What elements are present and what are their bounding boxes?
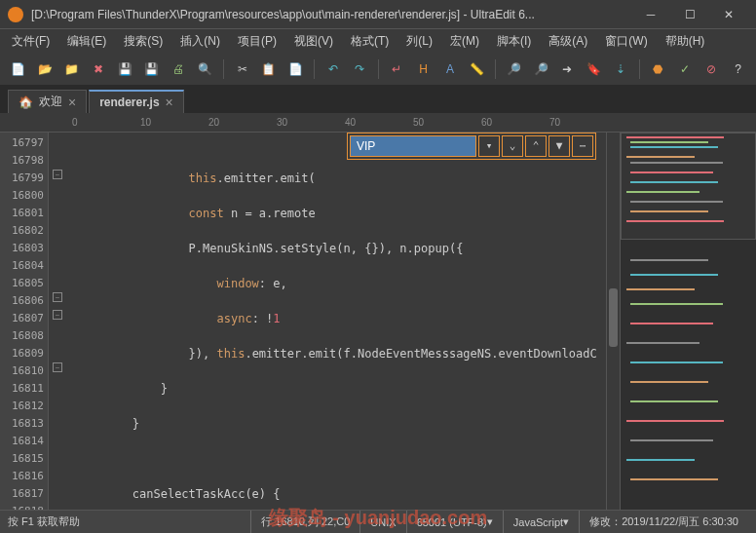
undo-icon[interactable]: ↶ bbox=[322, 58, 343, 80]
paste-icon[interactable]: 📄 bbox=[285, 58, 306, 80]
find-files-icon[interactable]: 🔎 bbox=[530, 58, 550, 80]
minimap[interactable] bbox=[620, 133, 756, 533]
close-file-icon[interactable]: ✖ bbox=[88, 58, 108, 80]
app-icon bbox=[8, 7, 23, 22]
ruler: 0 10 20 30 40 50 60 70 bbox=[0, 113, 756, 133]
help-icon[interactable]: ? bbox=[728, 58, 748, 80]
open-icon[interactable]: 📂 bbox=[34, 58, 55, 80]
fold-toggle[interactable]: − bbox=[53, 170, 62, 179]
status-help: 按 F1 获取帮助 bbox=[8, 511, 90, 533]
copy-icon[interactable]: 📋 bbox=[258, 58, 279, 80]
menu-help[interactable]: 帮助(H) bbox=[658, 30, 713, 53]
fold-toggle[interactable]: − bbox=[53, 292, 62, 302]
vertical-scrollbar[interactable] bbox=[606, 133, 620, 533]
fold-toggle[interactable]: − bbox=[53, 362, 62, 372]
status-language[interactable]: JavaScript ▾ bbox=[503, 511, 579, 533]
hex-icon[interactable]: H bbox=[413, 58, 434, 80]
cut-icon[interactable]: ✂ bbox=[232, 58, 252, 80]
tool2-icon[interactable]: ✓ bbox=[674, 58, 695, 80]
maximize-button[interactable]: ☐ bbox=[670, 1, 709, 28]
find-more-icon[interactable]: ⋯ bbox=[572, 135, 593, 157]
find-next-icon[interactable]: ⌄ bbox=[502, 135, 523, 157]
wordwrap-icon[interactable]: ↵ bbox=[387, 58, 407, 80]
tab-bar: 🏠 欢迎 × renderer.js × bbox=[0, 86, 756, 113]
code-editor[interactable]: ▾ ⌄ ⌃ ▼ ⋯ this.emitter.emit( const n = a… bbox=[72, 133, 606, 533]
tab-renderer-label: renderer.js bbox=[99, 95, 159, 109]
next-bookmark-icon[interactable]: ⇣ bbox=[610, 58, 630, 80]
tab-welcome[interactable]: 🏠 欢迎 × bbox=[8, 90, 87, 113]
preview-icon[interactable]: 🔍 bbox=[195, 58, 215, 80]
fold-toggle[interactable]: − bbox=[53, 310, 62, 320]
goto-icon[interactable]: ➜ bbox=[557, 58, 578, 80]
new-file-icon[interactable]: 📄 bbox=[8, 58, 28, 80]
status-modified: 修改：2019/11/22/周五 6:30:30 bbox=[579, 511, 748, 533]
find-prev-icon[interactable]: ⌃ bbox=[525, 135, 547, 157]
editor-area: 167971679816799 168001680116802 16803168… bbox=[0, 133, 756, 533]
ruler-icon[interactable]: 📏 bbox=[467, 58, 487, 80]
re-open-icon[interactable]: 📁 bbox=[61, 58, 82, 80]
tab-close-icon[interactable]: × bbox=[166, 95, 173, 110]
close-button[interactable]: ✕ bbox=[709, 1, 748, 28]
tool1-icon[interactable]: ⬣ bbox=[648, 58, 668, 80]
menu-project[interactable]: 项目(P) bbox=[230, 30, 284, 53]
watermark: 缘聚岛 - yuanjudao.com bbox=[269, 505, 487, 531]
save-icon[interactable]: 💾 bbox=[114, 58, 134, 80]
line-gutter[interactable]: 167971679816799 168001680116802 16803168… bbox=[0, 133, 49, 533]
bookmark-icon[interactable]: 🔖 bbox=[584, 58, 604, 80]
tab-renderer[interactable]: renderer.js × bbox=[89, 90, 184, 113]
toolbar: 📄 📂 📁 ✖ 💾 💾 🖨 🔍 ✂ 📋 📄 ↶ ↷ ↵ H A 📏 🔎 🔎 ➜ … bbox=[0, 53, 756, 86]
menu-script[interactable]: 脚本(I) bbox=[489, 30, 539, 53]
save-all-icon[interactable]: 💾 bbox=[141, 58, 162, 80]
menu-search[interactable]: 搜索(S) bbox=[116, 30, 170, 53]
print-icon[interactable]: 🖨 bbox=[168, 58, 188, 80]
title-bar: [D:\Program Files\ThunderX\Program\resou… bbox=[0, 0, 756, 29]
menu-insert[interactable]: 插入(N) bbox=[172, 30, 228, 53]
tab-welcome-label: 欢迎 bbox=[39, 94, 62, 110]
find-dropdown-icon[interactable]: ▾ bbox=[478, 135, 500, 157]
menu-edit[interactable]: 编辑(E) bbox=[59, 30, 114, 53]
scrollbar-thumb[interactable] bbox=[609, 288, 618, 347]
menu-window[interactable]: 窗口(W) bbox=[597, 30, 655, 53]
window-title: [D:\Program Files\ThunderX\Program\resou… bbox=[31, 8, 631, 21]
tab-close-icon[interactable]: × bbox=[68, 95, 76, 110]
menu-format[interactable]: 格式(T) bbox=[343, 30, 397, 53]
menu-view[interactable]: 视图(V) bbox=[286, 30, 341, 53]
find-filter-icon[interactable]: ▼ bbox=[548, 135, 570, 157]
minimize-button[interactable]: ─ bbox=[631, 1, 670, 28]
redo-icon[interactable]: ↷ bbox=[349, 58, 369, 80]
find-bar: ▾ ⌄ ⌃ ▼ ⋯ bbox=[347, 133, 596, 160]
menu-advanced[interactable]: 高级(A) bbox=[541, 30, 595, 53]
fold-column: − − − − bbox=[49, 133, 72, 533]
find-input[interactable] bbox=[350, 135, 476, 157]
menu-file[interactable]: 文件(F) bbox=[4, 30, 57, 53]
menu-macro[interactable]: 宏(M) bbox=[442, 30, 487, 53]
tool3-icon[interactable]: ⊘ bbox=[700, 58, 721, 80]
find-icon[interactable]: 🔎 bbox=[504, 58, 524, 80]
menu-bar: 文件(F) 编辑(E) 搜索(S) 插入(N) 项目(P) 视图(V) 格式(T… bbox=[0, 29, 756, 53]
home-icon: 🏠 bbox=[19, 95, 33, 109]
font-icon[interactable]: A bbox=[439, 58, 460, 80]
menu-column[interactable]: 列(L) bbox=[398, 30, 440, 53]
